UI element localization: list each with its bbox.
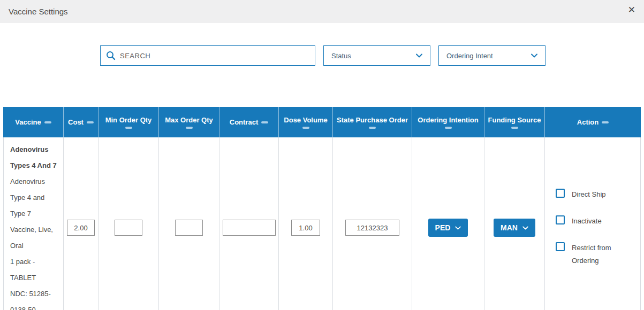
inactivate-checkbox[interactable] (556, 215, 565, 224)
inactivate-label: Inactivate (572, 215, 602, 228)
vaccine-description: Adenovirus Type 4 and Type 7 Vaccine, Li… (10, 174, 58, 254)
column-header-ordering-intention[interactable]: Ordering Intention (412, 107, 484, 137)
ordering-intent-dropdown[interactable]: Ordering Intent (438, 45, 545, 66)
chevron-down-icon (522, 226, 528, 230)
column-header-dose-volume[interactable]: Dose Volume (279, 107, 333, 137)
page-title: Vaccine Settings (9, 7, 68, 16)
vaccine-ndc: NDC: 51285-0138-50 (10, 286, 58, 310)
chevron-down-icon (455, 226, 461, 230)
cost-cell (64, 137, 99, 310)
content-panel: Status Ordering Intent Vaccine Cost Min (0, 23, 644, 308)
sort-icon[interactable] (125, 127, 132, 129)
table-header-row: Vaccine Cost Min Order Qty Max Order Qty… (3, 107, 641, 137)
sort-icon[interactable] (44, 121, 51, 123)
min-order-qty-input[interactable] (115, 220, 142, 236)
column-header-action[interactable]: Action (545, 107, 641, 137)
contract-cell (219, 137, 279, 310)
chevron-down-icon (416, 53, 422, 58)
contract-input[interactable] (223, 220, 276, 236)
direct-ship-label: Direct Ship (572, 188, 606, 201)
action-cell: Direct Ship Inactivate Restrict from Ord… (545, 137, 641, 310)
sort-icon[interactable] (302, 127, 309, 129)
min-order-qty-cell (99, 137, 159, 310)
sort-icon[interactable] (445, 127, 452, 129)
direct-ship-checkbox[interactable] (556, 189, 565, 198)
column-header-min-order-qty[interactable]: Min Order Qty (99, 107, 159, 137)
column-header-max-order-qty[interactable]: Max Order Qty (159, 107, 219, 137)
column-header-vaccine[interactable]: Vaccine (3, 107, 64, 137)
sort-icon[interactable] (369, 127, 376, 129)
ordering-intention-select[interactable]: PED (428, 219, 468, 237)
funding-source-cell: MAN (484, 137, 545, 310)
ordering-intention-cell: PED (412, 137, 484, 310)
restrict-from-ordering-checkbox[interactable] (556, 242, 565, 251)
vaccine-table: Vaccine Cost Min Order Qty Max Order Qty… (3, 107, 641, 308)
modal-header: Vaccine Settings ✕ (0, 0, 644, 23)
cost-input[interactable] (67, 220, 95, 236)
search-icon (106, 51, 116, 60)
direct-ship-option: Direct Ship (556, 188, 606, 201)
restrict-from-ordering-option: Restrict from Ordering (556, 242, 625, 267)
search-input[interactable] (120, 52, 309, 60)
table-row: Adenovirus Types 4 And 7 Adenovirus Type… (3, 137, 641, 308)
dose-volume-cell (279, 137, 333, 310)
sort-icon[interactable] (261, 121, 268, 123)
column-header-state-purchase-order[interactable]: State Purchase Order (333, 107, 412, 137)
column-header-funding-source[interactable]: Funding Source (484, 107, 545, 137)
max-order-qty-input[interactable] (175, 220, 203, 236)
status-dropdown[interactable]: Status (323, 45, 430, 66)
sort-icon[interactable] (186, 127, 193, 129)
inactivate-option: Inactivate (556, 215, 602, 228)
close-icon[interactable]: ✕ (628, 5, 635, 14)
filter-bar: Status Ordering Intent (100, 23, 644, 66)
chevron-down-icon (531, 53, 537, 58)
vaccine-package: 1 pack - TABLET (10, 254, 58, 286)
sort-icon[interactable] (602, 121, 609, 123)
sort-icon[interactable] (87, 121, 94, 123)
ordering-intention-value: PED (435, 223, 451, 232)
state-purchase-order-input[interactable] (345, 220, 399, 236)
column-header-cost[interactable]: Cost (64, 107, 99, 137)
restrict-from-ordering-label: Restrict from Ordering (572, 242, 625, 267)
ordering-intent-dropdown-label: Ordering Intent (446, 52, 493, 60)
column-header-contract[interactable]: Contract (219, 107, 279, 137)
vaccine-name: Adenovirus Types 4 And 7 (10, 142, 58, 174)
funding-source-select[interactable]: MAN (494, 219, 535, 237)
search-box (100, 45, 315, 66)
vaccine-cell: Adenovirus Types 4 And 7 Adenovirus Type… (3, 137, 64, 310)
sort-icon[interactable] (511, 127, 518, 129)
status-dropdown-label: Status (331, 52, 351, 60)
dose-volume-input[interactable] (291, 220, 320, 236)
state-purchase-order-cell (333, 137, 412, 310)
funding-source-value: MAN (501, 223, 518, 232)
max-order-qty-cell (159, 137, 219, 310)
